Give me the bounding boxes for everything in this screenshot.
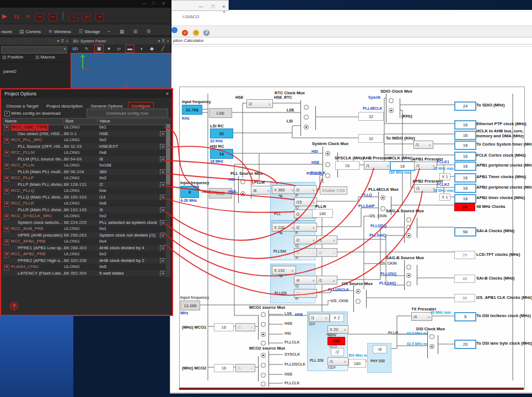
out-apb1p-box[interactable]: 16 <box>454 162 476 171</box>
light-tool-icon[interactable]: ◐ <box>138 45 146 52</box>
mco1-divider[interactable]: /1∨ <box>235 323 255 331</box>
dropdown-icon[interactable]: ▾ <box>160 144 165 150</box>
step-out-button[interactable]: ↤ <box>49 13 57 21</box>
pllm-divider[interactable]: /8∨ <box>251 186 272 195</box>
macros-button[interactable]: ▥Macros <box>35 55 55 60</box>
rtc-hse-divider[interactable]: /2∨ <box>246 99 273 108</box>
pllsai-r2-divider[interactable]: /2∨ <box>316 248 337 257</box>
dark-maximize-icon[interactable]: □ <box>152 1 155 6</box>
out-i2s-box[interactable]: 96 <box>454 294 475 302</box>
dsi-odf-divider[interactable]: /1∨ <box>327 357 348 366</box>
dsi-idf-divider[interactable]: /1∨ <box>309 314 330 322</box>
minimize-icon[interactable]: — <box>196 4 206 9</box>
dsi-radio-phy[interactable] <box>429 344 434 349</box>
tree-icon[interactable]: ⊞ <box>133 29 139 34</box>
left-panel-pin-icon[interactable]: ⊼ <box>61 37 64 45</box>
left-panel-close-icon[interactable]: × <box>66 37 68 45</box>
table-row[interactable]: ✱RCC_APB2_PREULONG0x2 <box>2 251 165 257</box>
saib-radio-plli2sq[interactable] <box>406 273 411 278</box>
scrollbar-thumb[interactable] <box>166 124 170 185</box>
saib-radio-pllsaiq[interactable] <box>406 281 411 286</box>
dsi-radio-pllr[interactable] <box>429 334 434 339</box>
hclk-box[interactable]: 16 <box>390 161 415 171</box>
i2s-input-value[interactable]: 12.288 <box>180 301 200 310</box>
table-row[interactable]: PPRE2 (APB2 High s...Bit 320-335AHB cloc… <box>2 257 165 264</box>
dialog-titlebar[interactable]: Project Options × <box>1 89 172 98</box>
lse-box[interactable]: LSE <box>209 108 232 118</box>
out-txesc-box[interactable]: 5 <box>454 312 476 321</box>
dropdown-icon[interactable]: ▾ <box>160 271 165 277</box>
mco2-radio-pllclk[interactable] <box>261 382 266 387</box>
rtc-mux-radio-lsi[interactable] <box>304 125 309 130</box>
dsi-out-box[interactable]: 160 <box>348 359 366 368</box>
out-apb2t-box[interactable]: 16 <box>454 194 476 203</box>
breakpoint-button[interactable]: 10 <box>82 13 90 21</box>
checkbox-box[interactable]: ✓ <box>4 111 10 116</box>
step-over-button[interactable]: ↦ <box>35 13 44 21</box>
sys-mux-radio-pllclk[interactable] <box>325 173 330 178</box>
i2s-radio-ckin[interactable] <box>356 299 361 304</box>
tab-option-calculator[interactable]: ption Calculator <box>173 38 204 43</box>
rtc-mux-radio-hse[interactable] <box>304 105 309 110</box>
sys-mux-radio-hsi[interactable] <box>325 151 330 156</box>
connect-icon[interactable] <box>171 27 178 33</box>
pllsrc-radio-hse[interactable] <box>240 191 245 196</box>
ahb-prescaler[interactable]: /1∨ <box>364 161 391 170</box>
table-row[interactable]: LATENCY (Flash Late...Bit 352-3545 wait … <box>2 270 165 277</box>
table-row[interactable]: ✱FLASH_LTNCULONG0x5 <box>2 264 165 270</box>
col-value[interactable]: Value <box>97 119 110 124</box>
mco1-box[interactable]: 16 <box>214 323 234 331</box>
table-row[interactable]: ✱RCC_PLLPULONG0x2 <box>2 175 165 181</box>
dropdown-icon[interactable]: ▾ <box>160 220 165 226</box>
out-saib-box[interactable]: 48 <box>454 275 475 283</box>
saia-radio-plli2sq[interactable] <box>406 225 411 230</box>
toolbar-item-comms[interactable]: ▤Comms <box>19 29 41 34</box>
dropdown-icon[interactable]: ▾ <box>160 207 165 213</box>
rtc-mux-radio-lse[interactable] <box>304 115 309 120</box>
left-panel-menu-icon[interactable]: ▾ <box>57 37 59 45</box>
table-row[interactable]: ✱RCC_SYSCLK_SRCULONG0x2 <box>2 213 165 219</box>
dropdown-icon[interactable]: ▾ <box>160 157 165 163</box>
write-config-checkbox[interactable]: ✓ Write config on download <box>4 111 61 116</box>
dropdown-icon[interactable]: ▾ <box>160 169 165 175</box>
mco2-divider[interactable]: /1∨ <box>235 364 255 372</box>
pllsai-n-multiplier[interactable]: X 116∨ <box>272 223 296 232</box>
table-row[interactable]: ✱RCC_PLL_SRCULONG0x2 <box>2 137 165 143</box>
table-row[interactable]: Osc select (HSI, HSE...Bit 0-1HSE▾ <box>2 131 165 137</box>
table-row[interactable]: PLLR (Main PLL divisi...Bit 192-195/6▾ <box>2 207 165 213</box>
pause-button[interactable]: ▮▮ <box>14 14 19 19</box>
dark-close-icon[interactable]: × <box>162 1 165 6</box>
rtc-out-box[interactable]: 32 <box>358 112 384 121</box>
table-row[interactable]: ✱RCC_PLLNULONG0x168 <box>2 162 165 169</box>
col-name[interactable]: Name <box>3 119 17 124</box>
table-row[interactable]: HPRE (AHB prescaler)Bit 256-263System cl… <box>2 232 165 239</box>
lsi-box[interactable]: 32 <box>210 128 233 138</box>
cortex-divider[interactable]: /1∨ <box>413 141 433 149</box>
3d-viewport[interactable] <box>71 53 171 89</box>
pllsai-q-divider[interactable]: /2∨ <box>294 235 317 244</box>
table-row[interactable]: ✱RCC_PLLRULONG0x6 <box>2 200 165 207</box>
saia-radio-pllsaiq[interactable] <box>406 233 411 238</box>
hse-input-value[interactable]: 8 <box>180 186 199 198</box>
actuator-icon[interactable]: ⌁ <box>108 29 112 34</box>
dropdown-icon[interactable]: ▾ <box>160 195 165 201</box>
table-row[interactable]: System clock selecto...Bit 224-225PLL se… <box>2 219 165 226</box>
mco2-box[interactable]: 16 <box>214 364 234 372</box>
download-config-button[interactable]: Download config now <box>87 109 168 117</box>
sysclk-box[interactable]: 16 <box>335 161 359 170</box>
mco2-radio-plli2sclk[interactable] <box>261 363 266 368</box>
table-row[interactable]: ✱RCC_APB1_PREULONG0x4 <box>2 238 165 245</box>
toolbar-item-sensors[interactable]: nsors <box>1 29 12 34</box>
sdio-mux-radio-sysclk[interactable] <box>389 98 394 103</box>
out-fclk-box[interactable]: 16 <box>454 152 476 161</box>
3d-panel-pin-icon[interactable]: ⊼ <box>162 37 165 45</box>
iwdg-out-box[interactable]: 32 <box>358 134 384 143</box>
dsi-ndiv[interactable]: X 20∨ <box>327 325 348 334</box>
table-row[interactable]: PLLM (PLL source div...Bit 64-69/8▾ <box>2 156 165 163</box>
i2s-radio-plli2sclk[interactable] <box>356 289 361 294</box>
pllsai-q2-divider[interactable]: /1∨ <box>316 235 337 244</box>
plli2s-q-divider[interactable]: /4∨ <box>294 276 317 285</box>
table-row[interactable]: PLLQ (Main PLL divis...Bit 160-163/14▾ <box>2 194 165 201</box>
table-row[interactable]: PLLP (Main PLL diviso...Bit 128-131/2▾ <box>2 181 165 188</box>
position-button[interactable]: ▥Position <box>2 55 23 60</box>
